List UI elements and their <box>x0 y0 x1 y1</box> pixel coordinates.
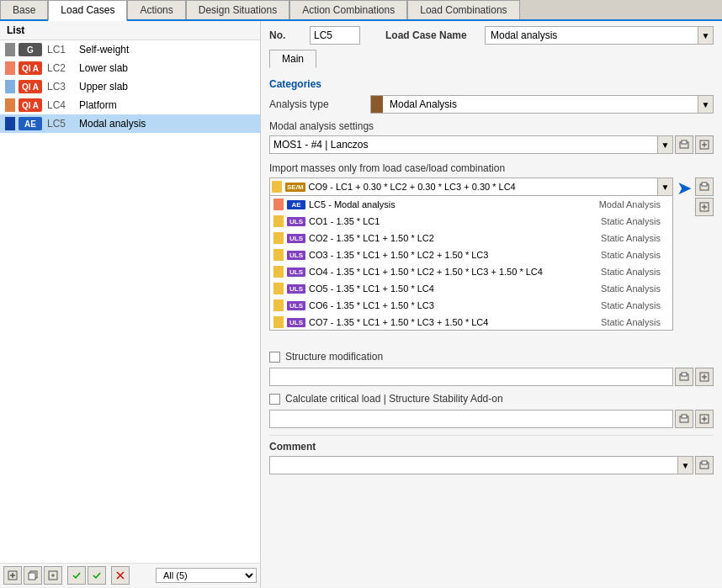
structure-mod-input[interactable] <box>269 368 673 386</box>
import-masses-section: SE/M CO9 - LC1 + 0.30 * LC2 + 0.30 * LC3… <box>269 177 714 216</box>
lc-id: LC1 <box>47 44 74 56</box>
export-button[interactable] <box>44 566 62 585</box>
import-dropdown-arrow[interactable]: ▼ <box>657 178 672 195</box>
left-panel: List G LC1 Self-weight QI A LC2 Lower sl… <box>0 21 261 587</box>
import-new-btn[interactable] <box>695 198 714 216</box>
modal-settings-new-btn[interactable] <box>695 135 714 154</box>
comment-dropdown-arrow[interactable]: ▼ <box>678 456 693 474</box>
modal-settings-row: ▼ <box>269 135 714 154</box>
badge-qi: QI A <box>19 61 42 75</box>
lc-id: LC5 <box>47 118 74 130</box>
tab-base[interactable]: Base <box>0 0 48 19</box>
filter-select[interactable]: All (5) <box>156 568 257 583</box>
analysis-color-block <box>371 96 383 113</box>
svg-rect-11 <box>682 140 687 144</box>
modal-settings-edit-btn[interactable] <box>675 135 693 154</box>
svg-rect-31 <box>702 461 707 464</box>
list-items: G LC1 Self-weight QI A LC2 Lower slab QI… <box>0 40 260 563</box>
critical-edit-btn[interactable] <box>675 410 693 428</box>
dropdown-item[interactable]: ULS CO7 - 1.35 * LC1 + 1.50 * LC3 + 1.50… <box>270 314 672 331</box>
dropdown-item[interactable]: AE LC5 - Modal analysis Modal Analysis <box>270 196 672 213</box>
critical-load-input-row <box>269 410 714 428</box>
modal-settings-input[interactable] <box>269 135 658 154</box>
structure-modification-label: Structure modification <box>285 351 383 363</box>
critical-load-row: Calculate critical load | Structure Stab… <box>269 393 714 405</box>
list-item[interactable]: QI A LC3 Upper slab <box>0 77 260 96</box>
dropdown-item[interactable]: ULS CO1 - 1.35 * LC1 Static Analysis <box>270 213 672 230</box>
item-badge: ULS <box>287 234 305 243</box>
critical-load-input[interactable] <box>269 410 673 428</box>
struct-edit-btn[interactable] <box>675 368 693 386</box>
no-name-row: No. Load Case Name ▼ <box>269 26 714 45</box>
item-color <box>273 316 284 328</box>
list-item[interactable]: G LC1 Self-weight <box>0 40 260 59</box>
tab-action-combinations[interactable]: Action Combinations <box>289 0 407 19</box>
item-type: Static Analysis <box>588 300 664 310</box>
import-color <box>272 181 282 193</box>
delete-button[interactable] <box>111 566 130 585</box>
dropdown-item[interactable]: ULS CO3 - 1.35 * LC1 + 1.50 * LC2 + 1.50… <box>270 246 672 263</box>
modal-settings-arrow[interactable]: ▼ <box>658 135 673 154</box>
list-item-selected[interactable]: AE LC5 Modal analysis <box>0 114 260 133</box>
no-input[interactable] <box>310 26 360 45</box>
no-label: No. <box>269 29 303 41</box>
item-color <box>273 215 284 227</box>
filter-dropdown[interactable]: All (5) <box>156 568 257 583</box>
item-type: Static Analysis <box>588 283 664 294</box>
dropdown-item[interactable]: ULS CO4 - 1.35 * LC1 + 1.50 * LC2 + 1.50… <box>270 263 672 280</box>
new-button[interactable] <box>3 566 22 585</box>
name-input[interactable] <box>485 26 698 45</box>
critical-load-checkbox[interactable] <box>269 394 280 405</box>
tab-load-combinations[interactable]: Load Combinations <box>407 0 519 19</box>
tab-actions[interactable]: Actions <box>127 0 185 19</box>
comment-label: Comment <box>269 441 714 453</box>
modal-settings-label: Modal analysis settings <box>269 120 714 132</box>
ok-button[interactable] <box>67 566 86 585</box>
badge-ae: AE <box>19 117 42 130</box>
comment-input[interactable] <box>269 456 678 474</box>
sub-tab-bar: Main <box>269 50 714 68</box>
item-formula: CO2 - 1.35 * LC1 + 1.50 * LC2 <box>307 233 588 243</box>
critical-new-btn[interactable] <box>695 410 714 428</box>
analysis-type-dropdown[interactable]: Modal Analysis ▼ <box>370 95 714 114</box>
item-type: Static Analysis <box>588 233 664 243</box>
name-label: Load Case Name <box>385 29 478 41</box>
item-formula: CO6 - 1.35 * LC1 + 1.50 * LC3 <box>307 300 588 310</box>
lc-name: Platform <box>79 99 117 111</box>
comment-row: ▼ <box>269 456 714 474</box>
tab-design-situations[interactable]: Design Situations <box>186 0 289 19</box>
item-formula: LC5 - Modal analysis <box>307 199 588 209</box>
main-layout: List G LC1 Self-weight QI A LC2 Lower sl… <box>0 21 722 587</box>
dropdown-item[interactable]: ULS CO2 - 1.35 * LC1 + 1.50 * LC2 Static… <box>270 230 672 246</box>
item-formula: CO7 - 1.35 * LC1 + 1.50 * LC3 + 1.50 * L… <box>307 317 588 327</box>
analysis-dropdown-arrow[interactable]: ▼ <box>698 96 713 113</box>
lc-id: LC3 <box>47 81 74 93</box>
import-badge: SE/M <box>285 183 305 192</box>
list-item[interactable]: QI A LC4 Platform <box>0 96 260 114</box>
item-color <box>273 232 284 244</box>
sub-tab-main[interactable]: Main <box>269 50 316 68</box>
cancel-button[interactable] <box>88 566 106 585</box>
lc-name: Modal analysis <box>79 118 146 130</box>
structure-modification-checkbox[interactable] <box>269 352 280 363</box>
lc-name: Self-weight <box>79 44 129 56</box>
color-block <box>5 43 15 56</box>
struct-new-btn[interactable] <box>695 368 714 386</box>
import-masses-label: Import masses only from load case/load c… <box>269 162 714 174</box>
import-dropdown-selected[interactable]: SE/M CO9 - LC1 + 0.30 * LC2 + 0.30 * LC3… <box>269 177 673 196</box>
lc-name: Upper slab <box>79 81 128 93</box>
analysis-type-row: Analysis type Modal Analysis ▼ <box>269 95 714 114</box>
name-dropdown-arrow[interactable]: ▼ <box>698 26 714 45</box>
list-header: List <box>0 21 260 40</box>
right-panel: No. Load Case Name ▼ Main Categories Ana… <box>261 21 722 587</box>
dropdown-item[interactable]: ULS CO5 - 1.35 * LC1 + 1.50 * LC4 Static… <box>270 280 672 297</box>
import-edit-btn[interactable] <box>695 177 714 196</box>
item-color <box>273 199 284 210</box>
dropdown-item[interactable]: ULS CO6 - 1.35 * LC1 + 1.50 * LC3 Static… <box>270 297 672 314</box>
left-toolbar: All (5) <box>0 563 260 587</box>
tab-load-cases[interactable]: Load Cases <box>48 0 127 21</box>
duplicate-button[interactable] <box>24 566 42 585</box>
comment-edit-btn[interactable] <box>695 456 714 474</box>
list-item[interactable]: QI A LC2 Lower slab <box>0 59 260 77</box>
item-type: Static Analysis <box>588 250 664 260</box>
